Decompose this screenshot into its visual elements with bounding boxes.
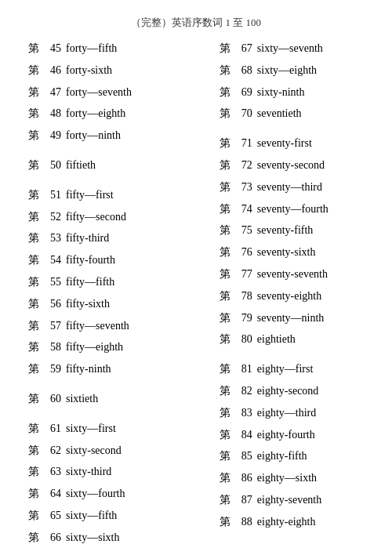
list-item: 第 82 eighty-second: [207, 382, 376, 401]
ordinal-num: 88: [234, 513, 252, 531]
ordinal-word: eighty-eighth: [257, 513, 316, 531]
list-item: 第 72 seventy-second: [207, 156, 376, 175]
ordinal-zh: 第: [207, 134, 230, 153]
list-item: 第 60 sixtieth: [16, 390, 185, 408]
list-item: 第 54 fifty-fourth: [16, 251, 185, 270]
ordinal-zh: 第: [16, 419, 39, 438]
ordinal-word: forty—ninth: [66, 126, 121, 145]
ordinal-word: seventy-first: [257, 134, 312, 153]
ordinal-num: 58: [42, 338, 61, 357]
list-item: 第 46 forty-sixth: [16, 61, 185, 80]
list-item: 第 65 sixty—fifth: [16, 506, 185, 525]
ordinal-word: forty—seventh: [66, 83, 132, 102]
ordinal-word: eighty-fifth: [257, 447, 307, 466]
ordinal-word: sixty—eighth: [257, 61, 317, 80]
ordinal-num: 76: [234, 243, 252, 262]
ordinal-zh: 第: [16, 360, 39, 379]
ordinal-word: sixty-second: [66, 441, 122, 460]
ordinal-num: 68: [234, 61, 252, 80]
ordinal-zh: 第: [16, 390, 39, 408]
ordinal-zh: 第: [207, 382, 230, 401]
ordinal-zh: 第: [16, 126, 39, 145]
ordinal-word: eightieth: [257, 330, 296, 349]
ordinal-num: 74: [234, 200, 252, 219]
list-item: 第 61 sixty—first: [16, 419, 185, 438]
ordinal-zh: 第: [207, 200, 230, 219]
ordinal-zh: 第: [16, 506, 39, 525]
list-item: 第 66 sixty—sixth: [16, 528, 185, 547]
ordinal-num: 84: [234, 426, 252, 444]
ordinal-zh: 第: [16, 104, 39, 123]
list-item: 第 50 fiftieth: [16, 156, 185, 175]
ordinal-num: 52: [42, 208, 61, 227]
list-item: 第 83 eighty—third: [207, 404, 376, 423]
main-columns: 第 45 forty—fifth 第 46 forty-sixth 第 47 f…: [8, 39, 384, 550]
ordinal-zh: 第: [207, 330, 230, 349]
ordinal-zh: 第: [16, 251, 39, 270]
ordinal-zh: 第: [207, 426, 230, 444]
list-item: 第 49 forty—ninth: [16, 126, 185, 145]
list-item: 第 52 fifty—second: [16, 208, 185, 227]
ordinal-word: sixty—fourth: [66, 484, 125, 503]
ordinal-zh: 第: [207, 156, 230, 175]
ordinal-zh: 第: [16, 338, 39, 357]
ordinal-zh: 第: [16, 186, 39, 205]
ordinal-zh: 第: [207, 360, 230, 379]
ordinal-zh: 第: [207, 447, 230, 466]
ordinal-zh: 第: [16, 229, 39, 248]
ordinal-num: 50: [42, 156, 61, 175]
list-item: 第 69 sixty-ninth: [207, 83, 376, 102]
ordinal-num: 53: [42, 229, 61, 248]
ordinal-zh: 第: [16, 462, 39, 481]
ordinal-num: 67: [234, 39, 252, 58]
list-item: 第 45 forty—fifth: [16, 39, 185, 58]
list-item: 第 85 eighty-fifth: [207, 447, 376, 466]
ordinal-num: 48: [42, 104, 61, 123]
list-item: 第 48 forty—eighth: [16, 104, 185, 123]
list-item: 第 64 sixty—fourth: [16, 484, 185, 503]
ordinal-word: fifty-sixth: [66, 295, 110, 314]
left-column: 第 45 forty—fifth 第 46 forty-sixth 第 47 f…: [16, 39, 185, 550]
list-item: 第 79 seventy—ninth: [207, 309, 376, 328]
ordinal-word: fifty-third: [66, 229, 109, 248]
list-item: 第 55 fifty—fifth: [16, 273, 185, 292]
list-item: 第 74 seventy—fourth: [207, 200, 376, 219]
list-item: 第 78 seventy-eighth: [207, 287, 376, 306]
ordinal-zh: 第: [16, 528, 39, 547]
list-item: 第 75 seventy-fifth: [207, 221, 376, 240]
ordinal-word: seventy-seventh: [257, 265, 328, 284]
list-item: 第 62 sixty-second: [16, 441, 185, 460]
ordinal-zh: 第: [207, 404, 230, 423]
ordinal-word: seventieth: [257, 104, 302, 123]
ordinal-word: sixtieth: [66, 390, 98, 408]
ordinal-zh: 第: [16, 156, 39, 175]
ordinal-num: 64: [42, 484, 61, 503]
ordinal-word: fiftieth: [66, 156, 96, 175]
list-item: [16, 412, 185, 419]
ordinal-word: sixty—fifth: [66, 506, 117, 525]
ordinal-zh: 第: [207, 265, 230, 284]
ordinal-num: 80: [234, 330, 252, 349]
page-title: （完整）英语序数词 1 至 100: [8, 16, 384, 30]
ordinal-num: 62: [42, 441, 61, 460]
ordinal-num: 51: [42, 186, 61, 205]
list-item: 第 87 eighty-seventh: [207, 491, 376, 510]
ordinal-num: 71: [234, 134, 252, 153]
ordinal-num: 87: [234, 491, 252, 510]
list-item: 第 70 seventieth: [207, 104, 376, 123]
ordinal-zh: 第: [207, 221, 230, 240]
ordinal-num: 63: [42, 462, 61, 481]
ordinal-word: fifty-ninth: [66, 360, 111, 379]
ordinal-word: seventy—third: [257, 178, 322, 197]
list-item: 第 77 seventy-seventh: [207, 265, 376, 284]
ordinal-num: 65: [42, 506, 61, 525]
ordinal-word: eighty-fourth: [257, 426, 315, 444]
ordinal-zh: 第: [16, 295, 39, 314]
ordinal-zh: 第: [16, 441, 39, 460]
ordinal-word: forty—eighth: [66, 104, 125, 123]
list-item: [207, 352, 376, 360]
ordinal-num: 66: [42, 528, 61, 547]
ordinal-word: forty—fifth: [66, 39, 117, 58]
list-item: 第 53 fifty-third: [16, 229, 185, 248]
ordinal-num: 60: [42, 390, 61, 408]
